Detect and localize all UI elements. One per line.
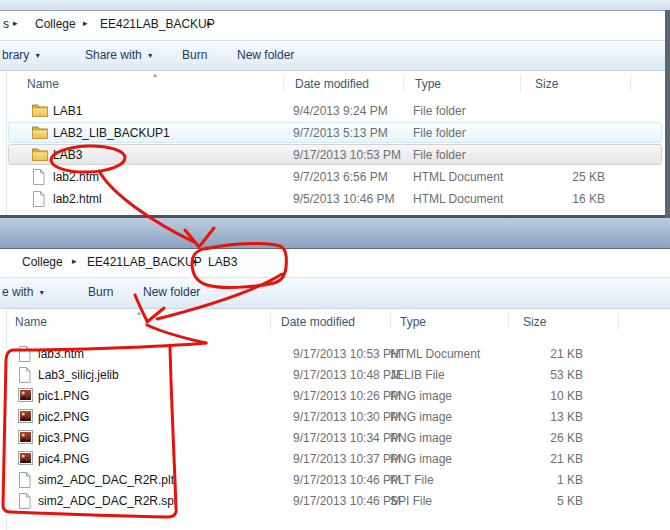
breadcrumb-item-backup[interactable]: EE421LAB_BACKUP — [100, 17, 215, 31]
column-divider[interactable] — [403, 75, 404, 92]
chevron-down-icon: ▼ — [38, 289, 45, 296]
file-name: sim2_ADC_DAC_R2R.spi — [38, 494, 177, 508]
file-name: lab2.htm — [53, 170, 99, 184]
window2-command-bar: e with▼ Burn New folder — [0, 278, 670, 309]
sort-ascending-icon: ▲ — [136, 310, 142, 316]
table-row[interactable]: lab3.htm 9/17/2013 10:53 PM HTML Documen… — [0, 343, 670, 364]
file-size: 53 KB — [480, 368, 583, 382]
file-icon — [32, 191, 45, 210]
window1-address-bar[interactable]: s ▸ College ▸ EE421LAB_BACKUP ▸ — [0, 11, 670, 41]
column-divider[interactable] — [270, 313, 271, 330]
file-type: PLT File — [390, 473, 434, 487]
column-divider[interactable] — [630, 75, 631, 92]
table-row[interactable]: pic1.PNG 9/17/2013 10:26 PM PNG image 10… — [0, 385, 670, 406]
column-header-type[interactable]: Type — [400, 315, 426, 329]
table-row[interactable]: lab2.htm 9/7/2013 6:56 PM HTML Document … — [0, 166, 670, 188]
breadcrumb-item-backup[interactable]: EE421LAB_BACKUP — [87, 255, 202, 269]
table-row[interactable]: Lab3_silicj.jelib 9/17/2013 10:48 PM JEL… — [0, 364, 670, 385]
file-type: JELIB File — [390, 368, 445, 382]
breadcrumb-item-lab3[interactable]: LAB3 — [208, 255, 237, 269]
file-size: 1 KB — [480, 473, 583, 487]
file-date: 9/17/2013 10:37 PM — [293, 452, 401, 466]
column-header-type[interactable]: Type — [415, 77, 441, 91]
table-row[interactable]: sim2_ADC_DAC_R2R.plt 9/17/2013 10:46 PM … — [0, 469, 670, 490]
window2-file-list: lab3.htm 9/17/2013 10:53 PM HTML Documen… — [0, 335, 670, 530]
window1-file-list: LAB1 9/4/2013 9:24 PM File folder LAB2_L… — [0, 96, 670, 215]
file-name: pic3.PNG — [38, 431, 89, 445]
file-type: PNG image — [390, 431, 452, 445]
column-header-date[interactable]: Date modified — [295, 77, 369, 91]
png-image-icon — [18, 430, 33, 447]
share-with-button[interactable]: e with▼ — [2, 285, 45, 299]
column-header-name[interactable]: Name — [27, 77, 59, 91]
file-name: LAB1 — [53, 104, 82, 118]
file-date: 9/7/2013 6:56 PM — [293, 170, 388, 184]
table-row[interactable]: LAB2_LIB_BACKUP1 9/7/2013 5:13 PM File f… — [0, 122, 670, 144]
share-with-button[interactable]: Share with▼ — [85, 48, 154, 62]
file-size: 10 KB — [480, 389, 583, 403]
file-size: 13 KB — [480, 410, 583, 424]
file-size: 21 KB — [480, 347, 583, 361]
file-type: PNG image — [390, 410, 452, 424]
screenshot-root: s ▸ College ▸ EE421LAB_BACKUP ▸ brary▼ S… — [0, 0, 670, 530]
table-row[interactable]: pic4.PNG 9/17/2013 10:37 PM PNG image 21… — [0, 448, 670, 469]
column-divider[interactable] — [618, 313, 619, 330]
column-header-size[interactable]: Size — [523, 315, 546, 329]
window2-column-headers: ▲ Name Date modified Type Size — [0, 309, 670, 335]
table-row[interactable]: LAB3 9/17/2013 10:53 PM File folder — [0, 144, 670, 166]
burn-button[interactable]: Burn — [88, 285, 113, 299]
table-row[interactable]: pic2.PNG 9/17/2013 10:30 PM PNG image 13… — [0, 406, 670, 427]
breadcrumb-root[interactable]: s — [3, 17, 9, 31]
chevron-down-icon: ▼ — [147, 52, 154, 59]
file-type: SPI File — [390, 494, 432, 508]
column-divider[interactable] — [390, 313, 391, 330]
window1-command-bar: brary▼ Share with▼ Burn New folder — [0, 41, 670, 71]
file-date: 9/17/2013 10:46 PM — [293, 494, 401, 508]
column-header-date[interactable]: Date modified — [281, 315, 355, 329]
library-button[interactable]: brary▼ — [2, 48, 41, 62]
file-date: 9/17/2013 10:34 PM — [293, 431, 401, 445]
window2-address-bar[interactable]: College ▸ EE421LAB_BACKUP ▸ LAB3 — [0, 249, 670, 278]
new-folder-button[interactable]: New folder — [143, 285, 200, 299]
breadcrumb-arrow-icon[interactable]: ▸ — [13, 18, 18, 28]
column-divider[interactable] — [508, 313, 509, 330]
file-date: 9/17/2013 10:30 PM — [293, 410, 401, 424]
column-divider[interactable] — [283, 75, 284, 92]
table-row[interactable]: LAB1 9/4/2013 9:24 PM File folder — [0, 100, 670, 122]
pane-divider — [6, 309, 7, 530]
folder-icon — [32, 125, 48, 142]
table-row[interactable]: sim2_ADC_DAC_R2R.spi 9/17/2013 10:46 PM … — [0, 490, 670, 511]
table-row[interactable]: lab2.html 9/5/2013 10:46 PM HTML Documen… — [0, 188, 670, 210]
file-name: Lab3_silicj.jelib — [38, 368, 119, 382]
file-size: 26 KB — [480, 431, 583, 445]
table-row[interactable]: pic3.PNG 9/17/2013 10:34 PM PNG image 26… — [0, 427, 670, 448]
file-date: 9/5/2013 10:46 PM — [293, 192, 394, 206]
file-size: 5 KB — [480, 494, 583, 508]
file-date: 9/17/2013 10:53 PM — [293, 347, 401, 361]
file-name: pic1.PNG — [38, 389, 89, 403]
window2-frame-band — [0, 218, 670, 249]
folder-icon — [32, 147, 48, 164]
file-icon — [18, 367, 31, 386]
breadcrumb-arrow-icon[interactable]: ▸ — [193, 256, 198, 266]
file-type: PNG image — [390, 452, 452, 466]
breadcrumb-arrow-icon[interactable]: ▸ — [72, 256, 77, 266]
breadcrumb-item-college[interactable]: College — [35, 17, 76, 31]
file-date: 9/17/2013 10:48 PM — [293, 368, 401, 382]
file-name: lab2.html — [53, 192, 102, 206]
file-type: PNG image — [390, 389, 452, 403]
file-date: 9/4/2013 9:24 PM — [293, 104, 388, 118]
breadcrumb-item-college[interactable]: College — [22, 255, 63, 269]
breadcrumb-arrow-icon[interactable]: ▸ — [207, 18, 212, 28]
file-type: File folder — [413, 126, 466, 140]
column-divider[interactable] — [520, 75, 521, 92]
column-header-size[interactable]: Size — [535, 77, 558, 91]
burn-button[interactable]: Burn — [182, 48, 207, 62]
file-icon — [18, 493, 31, 512]
new-folder-button[interactable]: New folder — [237, 48, 294, 62]
file-date: 9/17/2013 10:53 PM — [293, 148, 401, 162]
column-header-name[interactable]: Name — [15, 315, 47, 329]
breadcrumb-arrow-icon[interactable]: ▸ — [83, 18, 88, 28]
file-type: HTML Document — [390, 347, 480, 361]
pane-divider — [6, 71, 7, 215]
